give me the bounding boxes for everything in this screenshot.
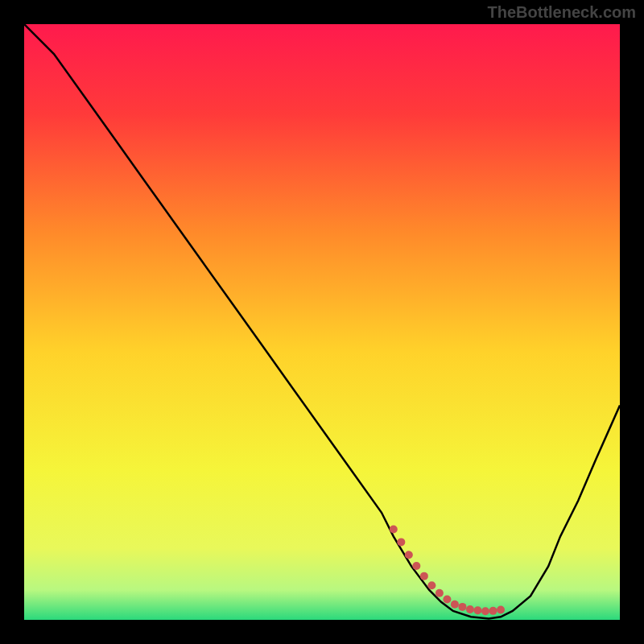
bottleneck-chart: [24, 24, 620, 620]
optimal-range-dot: [451, 601, 459, 609]
optimal-range-dot: [427, 581, 436, 589]
optimal-range-dot: [473, 606, 481, 614]
optimal-range-dot: [466, 605, 474, 613]
optimal-range-dot: [420, 572, 428, 580]
optimal-range-dot: [489, 607, 497, 615]
optimal-range-dot: [390, 526, 398, 534]
gradient-background: [24, 24, 620, 620]
chart-container: TheBottleneck.com: [0, 0, 644, 644]
plot-area: [24, 24, 620, 620]
optimal-range-dot: [412, 562, 420, 570]
optimal-range-dot: [481, 607, 489, 615]
optimal-range-dot: [443, 595, 451, 603]
optimal-range-dot: [458, 603, 466, 611]
watermark-text: TheBottleneck.com: [488, 3, 636, 22]
optimal-range-dot: [436, 589, 444, 597]
optimal-range-dot: [405, 551, 413, 559]
optimal-range-dot: [397, 538, 405, 546]
optimal-range-dot: [497, 605, 505, 613]
